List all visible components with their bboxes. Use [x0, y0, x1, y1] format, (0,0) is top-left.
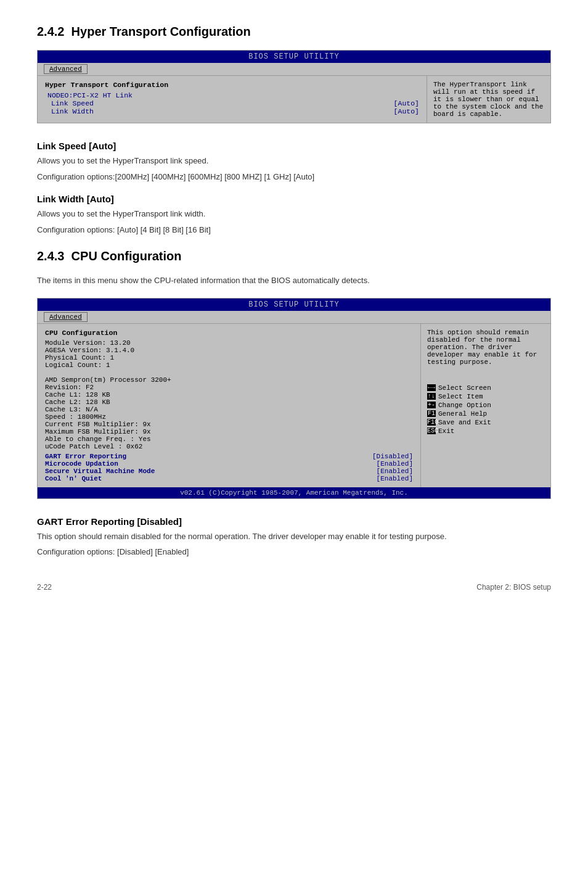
bios-cpu-item-label: Secure Virtual Machine Mode: [45, 468, 155, 475]
bios-key-sym: ←→: [427, 384, 436, 391]
bios-key-row: F10Save and Exit: [427, 419, 544, 426]
link-speed-config: Configuration options:[200MHz] [400MHz] …: [37, 171, 551, 183]
bios-key-row: F1General Help: [427, 410, 544, 418]
bios-cpu-item-value: [Enabled]: [377, 468, 413, 475]
bios-key-desc: General Help: [438, 410, 487, 418]
bios-cpu-content: CPU Configuration Module Version: 13.20A…: [38, 324, 550, 487]
bios-cpu-item-label: Cool 'n' Quiet: [45, 475, 102, 482]
bios-key-row: +-Change Option: [427, 402, 544, 409]
bios-key-sym: ↑↓: [427, 393, 436, 400]
bios-cpu-right: This option should remain disabled for t…: [421, 324, 550, 487]
bios-cpu-item-row: Cool 'n' Quiet[Enabled]: [45, 475, 413, 482]
bios-cpu-item-rows: GART Error Reporting[Disabled]Microcode …: [45, 453, 413, 482]
footer-left: 2-22: [37, 583, 52, 592]
bios-linkspeed-row: Link Speed [Auto]: [51, 99, 419, 107]
page-footer: 2-22 Chapter 2: BIOS setup: [37, 583, 551, 592]
bios-key-sym: +-: [427, 402, 436, 408]
section-243-intro: The items in this menu show the CPU-rela…: [37, 274, 551, 287]
bios-cpu-item-value: [Disabled]: [372, 453, 413, 460]
bios-section-label-1: Hyper Transport Configuration: [45, 81, 419, 89]
bios-cpu-detail-lines: AMD Sempron(tm) Processor 3200+Revision:…: [45, 376, 413, 450]
bios-header-2: BIOS SETUP UTILITY: [38, 299, 550, 311]
bios-tab-advanced-2[interactable]: Advanced: [44, 312, 88, 322]
gart-desc1: This option should remain disabled for t…: [37, 530, 551, 543]
bios-cpu-item-label: Microcode Updation: [45, 460, 118, 468]
bios-box-cpu: BIOS SETUP UTILITY Advanced CPU Configur…: [37, 298, 551, 499]
section-243-title: 2.4.3 CPU Configuration: [37, 249, 551, 263]
bios-key-desc: Change Option: [438, 402, 491, 409]
bios-cpu-info-lines: Module Version: 13.20AGESA Version: 3.1.…: [45, 339, 413, 369]
bios-cpu-left: CPU Configuration Module Version: 13.20A…: [38, 324, 421, 487]
bios-key-sym: ESC: [427, 427, 436, 434]
link-width-config: Configuration options: [Auto] [4 Bit] [8…: [37, 224, 551, 236]
bios-cpu-item-label: GART Error Reporting: [45, 453, 126, 460]
section-242-title: 2.4.2 Hyper Transport Configuration: [37, 25, 551, 39]
footer-right: Chapter 2: BIOS setup: [476, 583, 551, 592]
bios-cpu-item-row: Secure Virtual Machine Mode[Enabled]: [45, 468, 413, 475]
bios-tab-advanced-1[interactable]: Advanced: [44, 64, 88, 74]
bios-box-hypertransport: BIOS SETUP UTILITY Advanced Hyper Transp…: [37, 50, 551, 123]
gart-desc2: Configuration options: [Disabled] [Enabl…: [37, 546, 551, 558]
link-width-desc: Allows you to set the HyperTransport lin…: [37, 208, 551, 220]
bios-key-sym: F10: [427, 419, 436, 426]
bios-cpu-item-value: [Enabled]: [377, 460, 413, 468]
bios-linkspeed-value: [Auto]: [394, 99, 419, 107]
bios-cpu-right-top: This option should remain disabled for t…: [427, 329, 544, 366]
bios-key-desc: Save and Exit: [438, 419, 491, 426]
bios-cpu-section-label: CPU Configuration: [45, 329, 413, 337]
bios-cpu-keys: ←→Select Screen↑↓Select Item+-Change Opt…: [427, 384, 544, 435]
bios-tab-bar-2: Advanced: [38, 311, 550, 324]
bios-key-sym: F1: [427, 410, 436, 417]
bios-cpu-item-row: Microcode Updation[Enabled]: [45, 460, 413, 468]
bios-key-desc: Select Screen: [438, 384, 491, 392]
bios-linkwidth-label: Link Width: [51, 107, 94, 115]
bios-cpu-item-value: [Enabled]: [377, 475, 413, 482]
bios-header-1: BIOS SETUP UTILITY: [38, 51, 550, 63]
bios-key-desc: Exit: [438, 427, 454, 435]
link-speed-title: Link Speed [Auto]: [37, 141, 551, 151]
bios-linkwidth-value: [Auto]: [394, 107, 419, 115]
bios-left-1: Hyper Transport Configuration NODEO:PCI-…: [38, 76, 427, 123]
bios-nodeo-item: NODEO:PCI-X2 HT Link: [47, 91, 419, 99]
bios-linkwidth-row: Link Width [Auto]: [51, 107, 419, 115]
gart-title: GART Error Reporting [Disabled]: [37, 516, 551, 527]
bios-cpu-item-row: GART Error Reporting[Disabled]: [45, 453, 413, 460]
bios-footer-2: v02.61 (C)Copyright 1985-2007, American …: [38, 487, 550, 498]
bios-key-row: ←→Select Screen: [427, 384, 544, 392]
link-width-title: Link Width [Auto]: [37, 194, 551, 204]
bios-key-row: ESCExit: [427, 427, 544, 435]
bios-tab-bar-1: Advanced: [38, 63, 550, 76]
bios-key-row: ↑↓Select Item: [427, 393, 544, 400]
bios-right-1: The HyperTransport link will run at this…: [427, 76, 550, 123]
bios-key-desc: Select Item: [438, 393, 483, 400]
bios-content-1: Hyper Transport Configuration NODEO:PCI-…: [38, 76, 550, 123]
bios-linkspeed-label: Link Speed: [51, 99, 94, 107]
link-speed-desc: Allows you to set the HyperTransport lin…: [37, 155, 551, 167]
